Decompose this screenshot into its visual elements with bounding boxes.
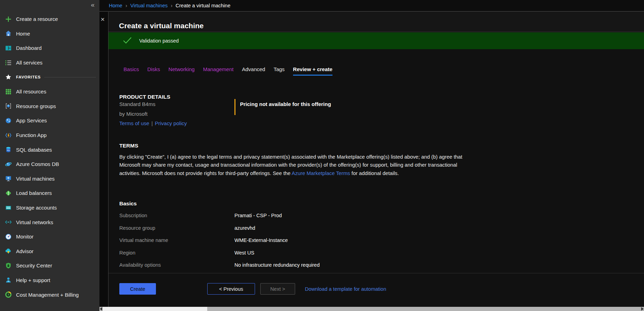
sidebar-item-advisor[interactable]: Advisor [0,244,99,259]
scrollbar-thumb[interactable] [103,307,207,311]
sidebar-item-monitor[interactable]: Monitor [0,229,99,244]
sidebar-item-label: Azure Cosmos DB [16,161,59,167]
home-icon [5,30,12,37]
scroll-right-arrow-icon[interactable] [641,307,644,311]
section-divider [44,77,96,77]
sidebar-item-label: Home [16,31,30,37]
previous-button[interactable]: < Previous [207,283,255,295]
sidebar-item-resource-groups[interactable]: Resource groups [0,99,99,114]
tab-management[interactable]: Management [203,66,234,76]
basics-summary: SubscriptionPramati - CSP - ProdResource… [119,213,320,275]
create-vm-panel: Create a virtual machine › › Validation … [108,12,644,311]
sidebar-item-security-center[interactable]: Security Center [0,258,99,273]
sidebar-item-label: FAVORITES [16,75,41,79]
function-app-icon [5,132,12,139]
download-template-link[interactable]: Download a template for automation [305,286,386,292]
terms-of-use-link[interactable]: Terms of use [119,120,149,126]
wizard-tabs: BasicsDisksNetworkingManagementAdvancedT… [123,66,332,76]
sidebar-item-app-services[interactable]: App Services [0,113,99,128]
terms-text-after: for additional details. [350,170,399,176]
sidebar-item-home[interactable]: Home [0,26,99,41]
sidebar-item-create-a-resource[interactable]: Create a resource [0,12,99,26]
app-services-icon [5,117,12,124]
breadcrumb-home[interactable]: Home [109,3,122,8]
resource-groups-icon [5,103,12,109]
tab-review-create[interactable]: Review + create [293,66,332,76]
row-label: Subscription [119,213,234,218]
svg-text:SQL: SQL [7,150,10,151]
azure-marketplace-terms-link[interactable]: Azure Marketplace Terms [292,170,350,176]
sidebar-item-label: Help + support [16,277,50,283]
sidebar-item-label: Virtual machines [16,176,55,182]
row-value: azurevhd [234,225,255,231]
sidebar-item-help-support[interactable]: Help + support [0,273,99,288]
terms-body: By clicking "Create", I (a) agree to the… [119,153,465,177]
validation-banner: Validation passed [108,32,644,49]
cost-management-icon: $ [5,291,12,298]
breadcrumb-create-a-virtual-machine: Create a virtual machine [175,3,230,8]
page-title: Create a virtual machine [119,22,204,30]
sidebar-item-label: Security Center [16,263,52,268]
sidebar-item-storage-accounts[interactable]: Storage accounts [0,200,99,215]
tab-basics[interactable]: Basics [123,66,139,76]
sidebar-collapse-icon[interactable]: « [91,1,95,9]
load-balancers-icon [5,190,12,197]
sidebar-item-cost-management-billing[interactable]: $Cost Management + Billing [0,287,99,302]
sidebar-item-sql-databases[interactable]: SQLSQL databases [0,142,99,157]
privacy-policy-link[interactable]: Privacy policy [155,120,187,126]
sidebar-item-all-services[interactable]: All services [0,55,99,70]
row-value: Pramati - CSP - Prod [234,213,282,218]
sidebar-item-label: SQL databases [16,147,52,153]
sidebar-item-label: Advisor [16,248,33,254]
horizontal-scrollbar[interactable] [99,307,644,311]
tab-disks[interactable]: Disks [147,66,160,76]
product-name: Standard B4ms [119,99,187,109]
pricing-warning-bar [234,99,235,115]
footer-divider [108,273,644,273]
basics-row-resource-group: Resource groupazurevhd [119,225,320,238]
monitor-icon [5,233,12,240]
breadcrumb-virtual-machines[interactable]: Virtual machines [130,3,168,8]
sidebar-item-virtual-machines[interactable]: Virtual machines [0,172,99,186]
basics-row-virtual-machine-name: Virtual machine nameWME-External-Instanc… [119,237,320,250]
sidebar-section-favorites: FAVORITES [0,70,99,84]
plus-icon [5,16,12,23]
row-label: Resource group [119,225,234,231]
sidebar-item-function-app[interactable]: Function App [0,128,99,143]
scroll-left-arrow-icon[interactable] [100,307,102,311]
close-icon[interactable]: ✕ [100,16,105,23]
virtual-machines-icon [5,175,12,182]
pricing-note: Pricing not available for this offering [234,99,331,115]
sidebar-item-virtual-networks[interactable]: Virtual networks [0,215,99,229]
basics-heading: Basics [119,200,137,207]
sql-databases-icon: SQL [5,146,12,153]
row-label: Availability options [119,262,234,268]
sidebar-item-label: Virtual networks [16,219,53,225]
row-label: Virtual machine name [119,237,234,243]
product-publisher: by Microsoft [119,109,187,119]
tab-tags[interactable]: Tags [274,66,285,76]
basics-row-region: RegionWest US [119,250,320,263]
sidebar-item-load-balancers[interactable]: Load balancers [0,186,99,200]
tab-networking[interactable]: Networking [169,66,195,76]
dashboard-icon [5,45,12,52]
link-separator: | [151,120,153,126]
advisor-icon [5,248,12,255]
sidebar-item-label: Function App [16,132,47,138]
sidebar-item-label: Resource groups [16,103,56,109]
row-value: West US [234,250,254,256]
breadcrumb-separator: › [171,3,172,8]
tab-advanced[interactable]: Advanced [242,66,265,76]
footer-actions: Create < Previous Next > Download a temp… [119,283,386,295]
sidebar-item-all-resources[interactable]: All resources [0,84,99,99]
row-label: Region [119,250,234,256]
next-button[interactable]: Next > [260,283,295,295]
create-button[interactable]: Create [119,283,156,295]
sidebar-item-label: Create a resource [16,16,58,22]
sidebar-item-label: Cost Management + Billing [16,292,79,298]
sidebar-item-azure-cosmos-db[interactable]: Azure Cosmos DB [0,157,99,172]
sidebar-item-dashboard[interactable]: Dashboard [0,41,99,55]
row-value: No infrastructure redundancy required [234,262,320,268]
svg-text:$: $ [8,293,9,296]
validation-banner-text: Validation passed [139,38,179,44]
